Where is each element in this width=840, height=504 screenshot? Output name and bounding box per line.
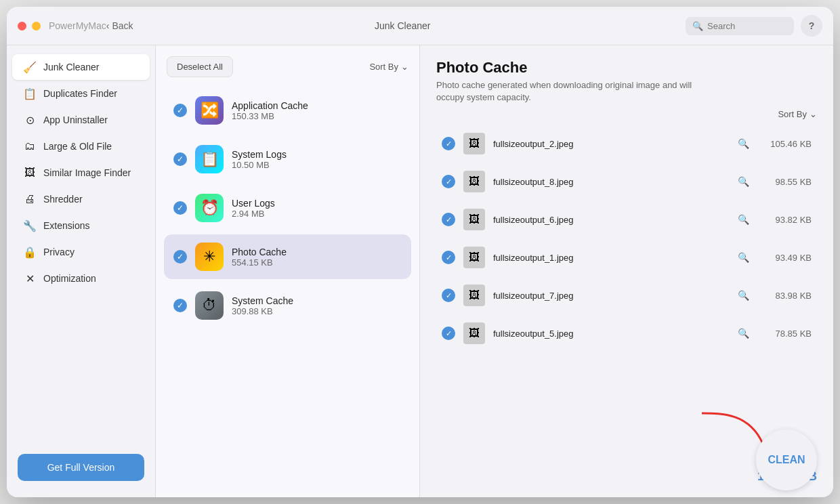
file-checkbox-4[interactable]: ✓ xyxy=(442,289,455,302)
file-name-4: fullsizeoutput_7.jpeg xyxy=(493,291,729,301)
sidebar-icon-shredder: 🖨 xyxy=(23,192,37,206)
file-name-3: fullsizeoutput_1.jpeg xyxy=(493,253,729,263)
category-size-photo-cache: 554.15 KB xyxy=(232,257,402,268)
sort-by-button[interactable]: Sort By ⌄ xyxy=(369,62,408,72)
file-size-1: 98.55 KB xyxy=(757,177,812,187)
category-name-app-cache: Application Cache xyxy=(232,100,402,111)
file-size-5: 78.85 KB xyxy=(757,329,812,339)
category-item-system-cache[interactable]: ✓ ⏱ System Cache 309.88 KB xyxy=(164,283,411,328)
right-panel-title: Photo Cache xyxy=(436,59,817,77)
category-list: ✓ 🔀 Application Cache 150.33 MB ✓ 📋 Syst… xyxy=(156,88,419,486)
category-name-user-logs: User Logs xyxy=(232,198,402,209)
file-preview-icon-2[interactable]: 🔍 xyxy=(737,213,749,226)
sidebar-label-similar-image: Similar Image Finder xyxy=(43,167,131,178)
file-list: ✓ 🖼 fullsizeoutput_2.jpeg 🔍 105.46 KB ✓ … xyxy=(436,126,817,459)
file-item: ✓ 🖼 fullsizeoutput_5.jpeg 🔍 78.85 KB xyxy=(436,316,817,351)
category-item-system-logs[interactable]: ✓ 📋 System Logs 10.50 MB xyxy=(164,137,411,182)
right-panel-description: Photo cache generated when downloading o… xyxy=(436,79,694,104)
file-checkbox-3[interactable]: ✓ xyxy=(442,251,455,264)
file-size-2: 93.82 KB xyxy=(757,215,812,225)
file-thumbnail-3: 🖼 xyxy=(463,247,485,268)
file-preview-icon-1[interactable]: 🔍 xyxy=(737,175,749,188)
sidebar-item-duplicates-finder[interactable]: 📋 Duplicates Finder xyxy=(12,81,150,106)
middle-panel: Deselect All Sort By ⌄ ✓ 🔀 Application C… xyxy=(156,45,420,497)
category-item-user-logs[interactable]: ✓ ⏰ User Logs 2.94 MB xyxy=(164,186,411,230)
file-preview-icon-0[interactable]: 🔍 xyxy=(737,138,749,150)
sidebar-item-extensions[interactable]: 🔧 Extensions xyxy=(12,213,150,238)
category-icon-system-cache: ⏱ xyxy=(195,291,224,320)
sidebar-item-shredder[interactable]: 🖨 Shredder xyxy=(12,186,150,212)
back-button[interactable]: ‹ Back xyxy=(106,20,133,31)
sidebar-label-duplicates-finder: Duplicates Finder xyxy=(43,88,117,99)
search-input[interactable] xyxy=(707,21,787,31)
file-size-0: 105.46 KB xyxy=(757,139,812,149)
sidebar-icon-duplicates-finder: 📋 xyxy=(23,87,37,100)
right-panel: Photo Cache Photo cache generated when d… xyxy=(420,45,833,497)
sidebar-item-large-old-file[interactable]: 🗂 Large & Old File xyxy=(12,133,150,159)
category-checkbox-photo-cache[interactable]: ✓ xyxy=(173,250,187,264)
app-name: PowerMyMac xyxy=(49,20,106,31)
sidebar-item-app-uninstaller[interactable]: ⊙ App Uninstaller xyxy=(12,107,150,133)
minimize-button[interactable] xyxy=(32,22,41,30)
category-size-app-cache: 150.33 MB xyxy=(232,111,402,121)
search-bar: 🔍 xyxy=(686,17,794,35)
file-checkbox-5[interactable]: ✓ xyxy=(442,327,455,340)
sidebar: 🧹 Junk Cleaner 📋 Duplicates Finder ⊙ App… xyxy=(7,45,156,497)
chevron-left-icon: ‹ xyxy=(106,20,110,31)
file-thumbnail-1: 🖼 xyxy=(463,171,485,192)
middle-toolbar: Deselect All Sort By ⌄ xyxy=(156,56,419,88)
get-full-version-button[interactable]: Get Full Version xyxy=(18,454,144,481)
file-preview-icon-3[interactable]: 🔍 xyxy=(737,251,749,264)
right-sort-bar: Sort By ⌄ xyxy=(436,109,817,119)
sidebar-icon-junk-cleaner: 🧹 xyxy=(23,60,37,74)
clean-button[interactable]: CLEAN xyxy=(756,429,817,490)
main-layout: 🧹 Junk Cleaner 📋 Duplicates Finder ⊙ App… xyxy=(7,45,833,497)
sidebar-icon-privacy: 🔒 xyxy=(23,245,37,259)
sidebar-icon-large-old-file: 🗂 xyxy=(23,140,37,153)
category-item-app-cache[interactable]: ✓ 🔀 Application Cache 150.33 MB xyxy=(164,88,411,133)
close-button[interactable] xyxy=(18,22,26,30)
sidebar-icon-similar-image: 🖼 xyxy=(23,166,37,180)
right-sort-by-button[interactable]: Sort By ⌄ xyxy=(778,109,817,119)
category-name-system-logs: System Logs xyxy=(232,149,402,160)
file-item: ✓ 🖼 fullsizeoutput_6.jpeg 🔍 93.82 KB xyxy=(436,202,817,237)
category-checkbox-user-logs[interactable]: ✓ xyxy=(173,201,187,215)
app-window: PowerMyMac ‹ Back Junk Cleaner 🔍 ? 🧹 Jun… xyxy=(7,7,833,497)
category-name-system-cache: System Cache xyxy=(232,295,402,306)
sidebar-icon-app-uninstaller: ⊙ xyxy=(23,113,37,127)
sidebar-item-privacy[interactable]: 🔒 Privacy xyxy=(12,239,150,265)
file-checkbox-0[interactable]: ✓ xyxy=(442,137,455,150)
category-checkbox-system-logs[interactable]: ✓ xyxy=(173,152,187,166)
traffic-lights xyxy=(18,22,41,30)
deselect-all-button[interactable]: Deselect All xyxy=(167,56,233,77)
category-checkbox-app-cache[interactable]: ✓ xyxy=(173,104,187,117)
search-icon: 🔍 xyxy=(692,21,703,31)
file-checkbox-1[interactable]: ✓ xyxy=(442,175,455,188)
breadcrumb: Junk Cleaner xyxy=(147,20,658,31)
sidebar-label-app-uninstaller: App Uninstaller xyxy=(43,114,108,125)
sidebar-label-extensions: Extensions xyxy=(43,220,89,231)
file-item: ✓ 🖼 fullsizeoutput_2.jpeg 🔍 105.46 KB xyxy=(436,126,817,161)
file-preview-icon-4[interactable]: 🔍 xyxy=(737,289,749,301)
sidebar-label-optimization: Optimization xyxy=(43,273,96,284)
sidebar-icon-extensions: 🔧 xyxy=(23,219,37,232)
file-checkbox-2[interactable]: ✓ xyxy=(442,213,455,226)
category-item-photo-cache[interactable]: ✓ ✳ Photo Cache 554.15 KB xyxy=(164,234,411,279)
category-icon-photo-cache: ✳ xyxy=(195,243,224,271)
sidebar-item-optimization[interactable]: ✕ Optimization xyxy=(12,266,150,291)
file-item: ✓ 🖼 fullsizeoutput_7.jpeg 🔍 83.98 KB xyxy=(436,278,817,313)
file-thumbnail-4: 🖼 xyxy=(463,285,485,306)
right-bottom: 164.63 MB CLEAN xyxy=(436,459,817,484)
help-button[interactable]: ? xyxy=(801,15,822,37)
sidebar-item-junk-cleaner[interactable]: 🧹 Junk Cleaner xyxy=(12,54,150,80)
category-size-system-cache: 309.88 KB xyxy=(232,306,402,316)
titlebar: PowerMyMac ‹ Back Junk Cleaner 🔍 ? xyxy=(7,7,833,45)
sidebar-item-similar-image[interactable]: 🖼 Similar Image Finder xyxy=(12,160,150,186)
sidebar-label-junk-cleaner: Junk Cleaner xyxy=(43,62,100,72)
category-icon-system-logs: 📋 xyxy=(195,145,224,173)
category-size-system-logs: 10.50 MB xyxy=(232,160,402,170)
category-icon-user-logs: ⏰ xyxy=(195,194,224,222)
category-checkbox-system-cache[interactable]: ✓ xyxy=(173,299,187,312)
file-preview-icon-5[interactable]: 🔍 xyxy=(737,327,749,339)
sidebar-label-shredder: Shredder xyxy=(43,194,83,205)
